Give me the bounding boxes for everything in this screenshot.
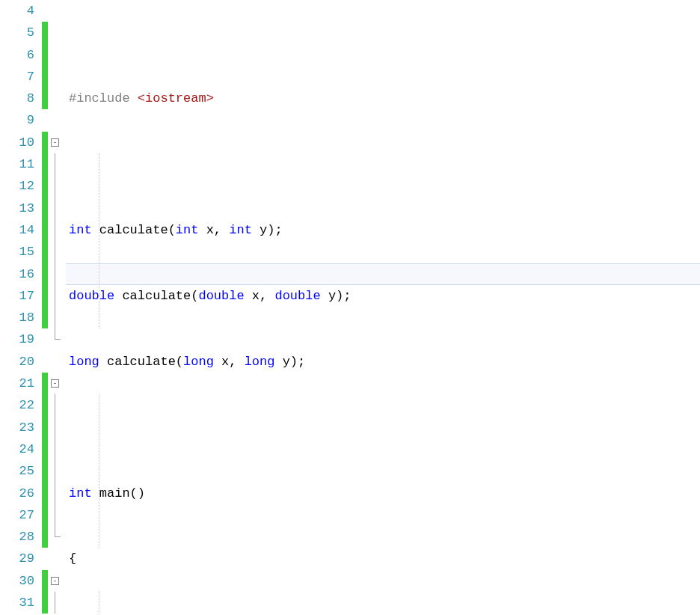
change-marker <box>42 175 48 197</box>
change-marker <box>42 394 48 416</box>
change-marker <box>42 438 48 460</box>
line-number: 25 <box>0 460 34 482</box>
line-number: 7 <box>0 66 34 88</box>
code-editor[interactable]: 4 5 6 7 8 9 10 11 12 13 14 15 16 17 18 1… <box>0 0 700 615</box>
change-marker <box>42 153 48 175</box>
line-number: 11 <box>0 153 34 175</box>
line-number: 5 <box>0 22 34 43</box>
change-marker <box>42 417 48 438</box>
change-marker <box>42 285 48 307</box>
change-marker <box>42 88 48 109</box>
line-number: 31 <box>0 592 34 614</box>
line-number: 28 <box>0 526 34 548</box>
code-line[interactable]: long calculate(long x, long y); <box>66 351 700 373</box>
change-marker <box>42 219 48 241</box>
code-line[interactable]: #include <iostream> <box>66 88 700 109</box>
fold-toggle-icon[interactable]: - <box>51 138 59 147</box>
change-marker <box>42 22 48 43</box>
change-marker <box>42 570 48 592</box>
line-number: 12 <box>0 175 34 197</box>
fold-toggle-icon[interactable]: - <box>51 379 59 388</box>
line-number-gutter: 4 5 6 7 8 9 10 11 12 13 14 15 16 17 18 1… <box>0 0 42 615</box>
current-line-highlight <box>66 263 700 285</box>
change-marker <box>42 373 48 394</box>
change-indicator-bar <box>42 0 48 615</box>
change-marker <box>42 483 48 504</box>
change-marker <box>42 132 48 153</box>
code-line[interactable]: double calculate(double x, double y); <box>66 285 700 307</box>
line-number: 22 <box>0 394 34 416</box>
code-line[interactable] <box>66 417 700 438</box>
change-marker <box>42 44 48 66</box>
line-number: 18 <box>0 307 34 328</box>
line-number: 30 <box>0 570 34 592</box>
change-marker <box>42 263 48 285</box>
change-marker <box>42 460 48 482</box>
line-number: 14 <box>0 219 34 241</box>
change-marker <box>42 198 48 219</box>
line-number: 6 <box>0 44 34 66</box>
line-number: 20 <box>0 351 34 373</box>
line-number: 10 <box>0 132 34 153</box>
line-number: 23 <box>0 417 34 438</box>
change-marker <box>42 592 48 614</box>
change-marker <box>42 307 48 328</box>
change-marker <box>42 241 48 263</box>
line-number: 8 <box>0 88 34 109</box>
code-area[interactable]: #include <iostream> int calculate(int x,… <box>66 0 700 615</box>
code-line[interactable]: int main() <box>66 483 700 504</box>
line-number: 27 <box>0 504 34 526</box>
line-number: 9 <box>0 109 34 131</box>
fold-toggle-icon[interactable]: - <box>51 577 59 585</box>
line-number: 24 <box>0 438 34 460</box>
code-line[interactable]: { <box>66 548 700 569</box>
line-number: 26 <box>0 483 34 504</box>
line-number: 4 <box>0 0 34 22</box>
line-number: 17 <box>0 285 34 307</box>
line-number: 16 <box>0 263 34 285</box>
change-marker <box>42 526 48 548</box>
line-number: 13 <box>0 198 34 219</box>
code-line[interactable] <box>66 153 700 175</box>
change-marker <box>42 504 48 526</box>
line-number: 19 <box>0 328 34 350</box>
fold-gutter: - - - <box>48 0 66 615</box>
line-number: 15 <box>0 241 34 263</box>
code-line[interactable]: int calculate(int x, int y); <box>66 219 700 241</box>
line-number: 29 <box>0 548 34 569</box>
line-number: 21 <box>0 373 34 394</box>
change-marker <box>42 66 48 88</box>
